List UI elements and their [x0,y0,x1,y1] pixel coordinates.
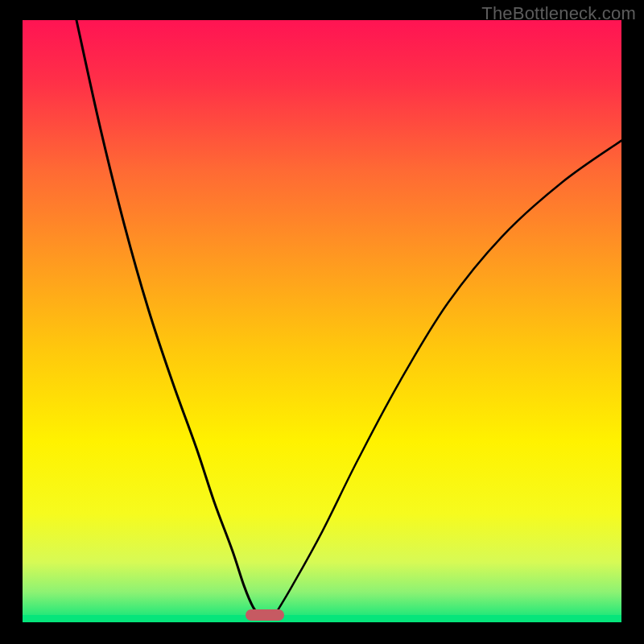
curve-right-branch [274,141,621,617]
baseline-strip [23,615,621,622]
curve-layer [23,20,621,622]
chart-frame: TheBottleneck.com [0,0,644,644]
optimum-marker [246,609,284,621]
curve-left-branch [76,20,262,619]
watermark-text: TheBottleneck.com [481,3,636,24]
plot-area [23,20,621,622]
